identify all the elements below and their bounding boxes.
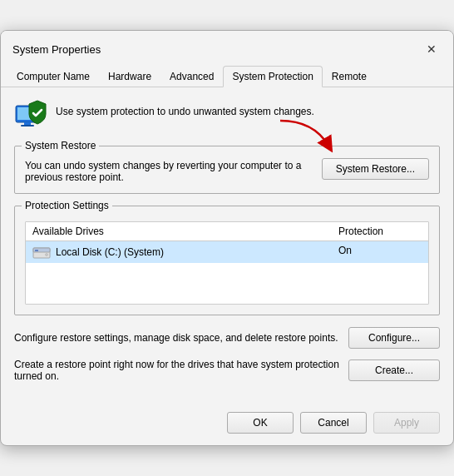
col-available-drives: Available Drives — [32, 226, 338, 237]
col-protection: Protection — [338, 226, 422, 237]
shield-computer-icon — [14, 99, 47, 132]
system-restore-group: System Restore You can undo system chang… — [14, 146, 440, 194]
protection-settings-group: Protection Settings Available Drives Pro… — [14, 206, 440, 315]
restore-section: You can undo system changes by reverting… — [25, 155, 429, 183]
create-text: Create a restore point right now for the… — [14, 359, 340, 382]
protection-status: On — [338, 245, 422, 260]
configure-section: Configure restore settings, manage disk … — [14, 327, 440, 349]
info-text: Use system protection to undo unwanted s… — [56, 99, 314, 117]
create-button[interactable]: Create... — [348, 359, 440, 381]
dialog-footer: OK Cancel Apply — [1, 404, 453, 445]
apply-button: Apply — [373, 412, 440, 434]
close-button[interactable]: ✕ — [422, 39, 442, 59]
table-row[interactable]: Local Disk (C:) (System) On — [26, 241, 428, 263]
info-section: Use system protection to undo unwanted s… — [14, 99, 440, 132]
svg-point-7 — [46, 254, 48, 256]
protection-settings-label: Protection Settings — [22, 200, 112, 211]
drives-table: Available Drives Protection Local Disk (… — [25, 221, 429, 305]
svg-rect-2 — [24, 122, 31, 125]
cancel-button[interactable]: Cancel — [300, 412, 367, 434]
drive-icon — [32, 245, 51, 260]
create-section: Create a restore point right now for the… — [14, 359, 440, 382]
dialog-title: System Properties — [12, 43, 101, 56]
tab-remote[interactable]: Remote — [323, 66, 376, 87]
drive-name: Local Disk (C:) (System) — [56, 246, 164, 258]
configure-text: Configure restore settings, manage disk … — [14, 332, 340, 344]
system-properties-dialog: System Properties ✕ Computer Name Hardwa… — [0, 30, 454, 446]
table-header: Available Drives Protection — [26, 222, 428, 241]
system-restore-label: System Restore — [22, 140, 99, 151]
red-arrow-indicator — [272, 117, 338, 154]
configure-button[interactable]: Configure... — [348, 327, 440, 349]
ok-button[interactable]: OK — [227, 412, 294, 434]
tab-system-protection[interactable]: System Protection — [223, 66, 322, 87]
svg-rect-3 — [21, 125, 34, 126]
tab-computer-name[interactable]: Computer Name — [7, 66, 99, 87]
tab-strip: Computer Name Hardware Advanced System P… — [1, 61, 453, 87]
svg-rect-6 — [35, 250, 38, 251]
tab-hardware[interactable]: Hardware — [99, 66, 160, 87]
drive-cell: Local Disk (C:) (System) — [32, 245, 338, 260]
system-restore-button[interactable]: System Restore... — [322, 158, 429, 180]
title-bar: System Properties ✕ — [1, 31, 453, 59]
tab-content: Use system protection to undo unwanted s… — [1, 87, 453, 404]
restore-description: You can undo system changes by reverting… — [25, 160, 313, 183]
tab-advanced[interactable]: Advanced — [160, 66, 223, 87]
